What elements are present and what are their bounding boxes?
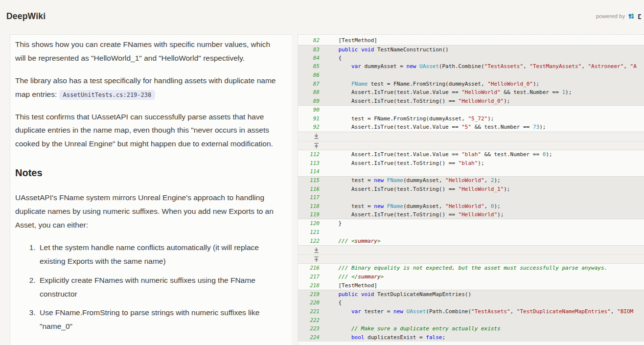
code-line: 114: [298, 167, 644, 176]
line-number: 92: [298, 124, 325, 130]
devin-logo-icon: [628, 13, 635, 20]
code-line: 89 Assert.IsTrue(test.ToString() == "Hel…: [298, 97, 644, 106]
code-line: 82 [TestMethod]: [298, 36, 644, 45]
arrow-down-to-bar-icon: [313, 247, 320, 253]
code-line: 219 public void TestDuplicateNameMapEntr…: [298, 290, 644, 299]
line-number: 224: [298, 334, 325, 341]
line-number: 121: [298, 229, 325, 235]
code-line: 217 /// </summary>: [298, 273, 644, 281]
code-text: test = new FName(dummyAsset, "HelloWorld…: [325, 203, 501, 209]
code-line: 113 Assert.IsTrue(test.ToString() == "bl…: [298, 159, 644, 167]
notes-heading: Notes: [15, 164, 279, 182]
list-item: Use FName.FromString to parse strings wi…: [38, 306, 279, 333]
arrow-up-to-bar-icon: [313, 142, 320, 149]
code-line: 92 Assert.IsTrue(test.Value.Value == "5"…: [298, 123, 644, 132]
code-line: 122 /// <summary>: [298, 236, 644, 245]
code-text: Assert.IsTrue(test.ToString() == "HelloW…: [325, 98, 510, 104]
code-line: 91 test = FName.FromString(dummyAsset, "…: [298, 114, 644, 123]
line-number: 116: [298, 186, 325, 192]
line-number: 220: [298, 299, 325, 306]
content: This shows how you can create FNames wit…: [0, 34, 644, 345]
line-number: 113: [298, 160, 325, 166]
code-text: bool duplicatesExist = false;: [325, 334, 445, 341]
paragraph: The system is designed to be robust when…: [15, 343, 279, 345]
code-text: test = new FName(dummyAsset, "HelloWorld…: [325, 177, 501, 184]
code-line: 220 {: [298, 299, 644, 307]
code-text: var dummyAsset = new UAsset(Path.Combine…: [325, 63, 637, 69]
code-text: var tester = new UAsset(Path.Combine("Te…: [325, 308, 633, 315]
code-text: [TestMethod]: [325, 37, 377, 44]
line-number: 85: [298, 63, 325, 69]
code-line: 118 test = new FName(dummyAsset, "HelloW…: [298, 202, 644, 211]
code-text: FName test = FName.FromString(dummyAsset…: [325, 81, 539, 87]
line-number: 88: [298, 89, 325, 95]
code-line: 224 bool duplicatesExist = false;: [298, 333, 644, 342]
code-line: 116 Assert.IsTrue(test.ToString() == "He…: [298, 184, 644, 193]
code-line: 119 Assert.IsTrue(test.ToString() == "He…: [298, 210, 644, 219]
code-line: 86: [298, 71, 644, 80]
line-number: 223: [298, 325, 325, 332]
code-panel[interactable]: 82 [TestMethod]83 public void TestNameCo…: [298, 34, 644, 345]
code-text: public void TestDuplicateNameMapEntries(…: [325, 291, 471, 298]
code-text: // Make sure a duplicate entry actually …: [325, 325, 501, 332]
list-item: Let the system handle name conflicts aut…: [38, 241, 279, 268]
code-text: Assert.IsTrue(test.ToString() == "HelloW…: [325, 186, 510, 192]
line-number: 91: [298, 115, 325, 122]
code-text: [TestMethod]: [325, 282, 377, 289]
paragraph: This test confirms that UAssetAPI can su…: [15, 110, 279, 151]
code-line: 117: [298, 193, 644, 202]
code-line: 218 [TestMethod]: [298, 281, 644, 290]
expand-down-button[interactable]: [298, 132, 644, 141]
code-text: {: [325, 299, 342, 306]
code-text: Assert.IsTrue(test.ToString() == "HelloW…: [325, 211, 504, 218]
line-number: 82: [298, 37, 325, 44]
code-text: /// </summary>: [325, 274, 384, 280]
powered-by-link[interactable]: powered by D: [596, 12, 641, 21]
code-line: 83 public void TestNameConstruction(): [298, 45, 644, 54]
line-number: 118: [298, 203, 325, 209]
line-number: 87: [298, 81, 325, 87]
powered-by-label: powered by: [596, 13, 625, 19]
expand-up-button[interactable]: [298, 141, 644, 150]
line-number: 89: [298, 98, 325, 104]
line-number: 86: [298, 72, 325, 78]
code-text: Assert.IsTrue(test.Value.Value == "Hello…: [325, 89, 572, 95]
line-number: 219: [298, 291, 325, 298]
code-text: Assert.IsTrue(test.Value.Value == "blah"…: [325, 151, 552, 158]
arrow-up-to-bar-icon: [313, 256, 320, 262]
line-number: 218: [298, 282, 325, 289]
line-number: 216: [298, 265, 325, 271]
line-number: 84: [298, 55, 325, 61]
expand-down-button[interactable]: [298, 246, 644, 254]
code-line: 88 Assert.IsTrue(test.Value.Value == "He…: [298, 88, 644, 97]
article-panel[interactable]: This shows how you can create FNames wit…: [10, 34, 292, 345]
paragraph: The library also has a test specifically…: [15, 74, 279, 101]
code-text: Assert.IsTrue(test.Value.Value == "5" &&…: [325, 124, 546, 130]
line-number: 90: [298, 107, 325, 113]
code-line: 221 var tester = new UAsset(Path.Combine…: [298, 307, 644, 316]
code-text: public void TestNameConstruction(): [325, 46, 449, 53]
code-line: 90: [298, 106, 644, 115]
line-number: 83: [298, 46, 325, 53]
code-lines: 82 [TestMethod]83 public void TestNameCo…: [298, 36, 644, 342]
code-line: 112 Assert.IsTrue(test.Value.Value == "b…: [298, 150, 644, 159]
code-text: test = FName.FromString(dummyAsset, "5_7…: [325, 115, 494, 122]
code-line: 223 // Make sure a duplicate entry actua…: [298, 324, 644, 333]
app-title[interactable]: DeepWiki: [6, 11, 46, 22]
brand-partial: D: [638, 12, 641, 21]
source-reference-chip[interactable]: AssetUnitTests.cs:219-238: [59, 90, 156, 100]
code-line: 216 /// Binary equality is not expected,…: [298, 264, 644, 273]
line-number: 112: [298, 151, 325, 158]
line-number: 122: [298, 238, 325, 244]
code-line: 87 FName test = FName.FromString(dummyAs…: [298, 79, 644, 88]
line-number: 221: [298, 308, 325, 315]
code-line: 121: [298, 228, 644, 237]
code-text: /// <summary>: [325, 238, 381, 244]
expand-up-button[interactable]: [298, 254, 644, 263]
paragraph: This shows how you can create FNames wit…: [15, 38, 279, 65]
code-line: 85 var dummyAsset = new UAsset(Path.Comb…: [298, 62, 644, 71]
code-line: 115 test = new FName(dummyAsset, "HelloW…: [298, 176, 644, 185]
line-number: 120: [298, 220, 325, 227]
line-number: 217: [298, 274, 325, 280]
line-number: 119: [298, 211, 325, 218]
